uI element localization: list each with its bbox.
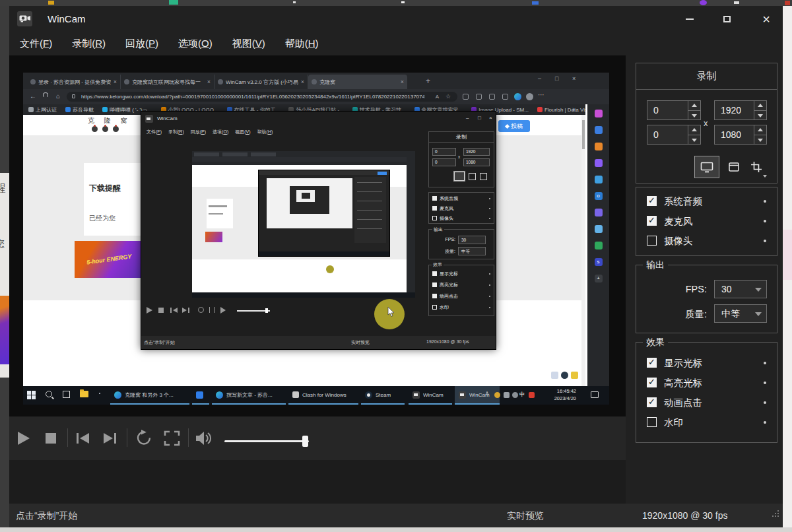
speaker-icon	[195, 430, 213, 446]
app-window: WinCam × 文件(F) 录制(R) 回放(P) 选项(O) 视图(V) 帮…	[9, 6, 783, 527]
background-fragment	[785, 1, 790, 5]
widget	[571, 372, 578, 379]
nested-wincam-window: WinCam – □ × 文件(F) 录制(R) 回放(P) 选项(O)	[141, 111, 496, 350]
region-width-stepper[interactable]: 1920	[714, 100, 767, 120]
quality-select[interactable]: 中等	[714, 304, 767, 323]
effects-panel: 效果 显示光标 高亮光标 动画点击	[636, 342, 777, 443]
effect-row: 高亮光标	[647, 377, 768, 391]
browser-close-icon: ×	[572, 75, 576, 82]
clipped-text-fragment: 醒	[0, 182, 5, 195]
favorite-star-icon: ☆	[446, 93, 451, 100]
nested-effect-row: 显示光标	[432, 271, 491, 278]
checkbox[interactable]	[647, 378, 657, 387]
status-resolution: 1920x1080 @ 30 fps	[642, 510, 727, 521]
maximize-button[interactable]	[717, 11, 737, 27]
nested-menu-item: 录制(R)	[166, 129, 187, 135]
menu-item[interactable]: 帮助(H)	[277, 34, 327, 54]
taskbar-search-icon	[46, 391, 52, 397]
row-options-dot[interactable]	[764, 362, 766, 364]
play-button[interactable]	[16, 430, 31, 449]
page-scrollbar	[581, 115, 585, 386]
recursive-edge-sidebar	[407, 157, 415, 292]
restart-button[interactable]	[135, 429, 152, 449]
recursive-tabbar	[192, 151, 415, 157]
checkbox[interactable]	[647, 216, 657, 226]
mode-window-button[interactable]	[725, 158, 743, 176]
row-options-dot[interactable]	[764, 240, 766, 242]
nested-minimize-icon: –	[466, 115, 469, 121]
volume-slider-thumb[interactable]	[302, 436, 308, 447]
background-sliver	[783, 230, 792, 280]
sources-panel: 系统音频 麦克风 摄像头	[636, 187, 777, 256]
region-y-stepper[interactable]: 0	[647, 125, 701, 145]
edge-icon	[216, 391, 223, 399]
edge-sidebar-icon: s	[595, 258, 603, 266]
chevron-down-icon	[755, 288, 762, 292]
close-button[interactable]: ×	[756, 11, 776, 27]
checkbox[interactable]	[647, 417, 657, 427]
skip-start-icon	[76, 432, 90, 444]
resize-grip[interactable]	[772, 510, 779, 517]
stepper-down-icon[interactable]	[688, 110, 700, 120]
row-options-dot[interactable]	[764, 200, 766, 203]
mascot-icon	[92, 126, 98, 132]
stepper-up-icon[interactable]	[688, 101, 700, 110]
fps-select[interactable]: 30	[714, 280, 767, 298]
ime-indicator: 中	[519, 391, 525, 399]
file-explorer-icon	[80, 391, 88, 397]
fullscreen-button[interactable]	[164, 430, 180, 449]
background-fragment	[532, 1, 539, 5]
row-options-dot[interactable]	[764, 401, 766, 404]
tray-icon	[494, 392, 500, 398]
status-hint: 点击“录制”开始	[16, 510, 77, 522]
crop-dropdown-icon[interactable]	[763, 175, 767, 178]
checkbox[interactable]	[647, 397, 657, 407]
recursive-sidebar	[354, 177, 386, 243]
pencil-icon	[505, 123, 510, 128]
menu-item[interactable]: 视图(V)	[224, 34, 273, 54]
stepper-down-icon[interactable]	[754, 135, 766, 145]
row-options-dot[interactable]	[764, 421, 766, 424]
mode-crop-button[interactable]	[747, 158, 766, 176]
menu-item[interactable]: 录制(R)	[64, 34, 114, 54]
volume-tray-icon	[512, 392, 518, 398]
menu-item[interactable]: 选项(O)	[170, 34, 220, 54]
source-row: 麦克风	[647, 215, 768, 230]
url-text: https://www.kelongwo.com/download/?path=…	[81, 94, 424, 100]
menu-item[interactable]: 文件(F)	[12, 34, 60, 54]
stop-button[interactable]	[45, 432, 57, 447]
stepper-down-icon[interactable]	[688, 135, 700, 145]
region-height-stepper[interactable]: 1080	[714, 125, 767, 145]
stepper-up-icon[interactable]	[754, 125, 766, 135]
row-options-dot[interactable]	[764, 220, 766, 222]
skip-to-end-button[interactable]	[102, 432, 117, 447]
nested-source-row: 麦克风	[432, 205, 491, 213]
url-bar: https://www.kelongwo.com/download/?path=…	[67, 92, 457, 102]
checkbox[interactable]	[647, 358, 657, 368]
nested-skip-start-icon	[173, 308, 178, 313]
skip-to-start-button[interactable]	[76, 432, 90, 447]
mode-screen-button[interactable]	[694, 156, 719, 178]
preview-browser-addressbar: ← ⌂ https://www.kelongwo.com/download/?p…	[23, 89, 609, 104]
card-title: 下载提醒	[89, 183, 121, 194]
stepper-up-icon[interactable]	[754, 101, 766, 110]
notification-center-icon	[591, 391, 599, 398]
wincam-icon	[412, 391, 420, 399]
checkbox[interactable]	[647, 196, 657, 206]
recursive-preview-3	[267, 178, 352, 228]
nested-menu-item: 帮助(H)	[255, 129, 276, 135]
menu-item[interactable]: 回放(P)	[117, 34, 166, 54]
volume-button[interactable]	[195, 430, 213, 449]
region-x-stepper[interactable]: 0	[647, 100, 701, 120]
row-options-dot[interactable]	[764, 382, 766, 384]
minimize-button[interactable]	[680, 11, 700, 27]
clash-icon	[292, 391, 299, 398]
stepper-up-icon[interactable]	[688, 125, 700, 135]
mouse-cursor-icon	[387, 307, 395, 317]
preview-taskbar: 克隆窝 和另外 3 个... 撰写新文章 - 苏音... Clash for W…	[23, 386, 609, 405]
effect-row: 显示光标	[647, 357, 768, 372]
stepper-down-icon[interactable]	[754, 110, 766, 120]
back-to-top-widget	[551, 372, 558, 379]
checkbox[interactable]	[647, 236, 657, 246]
volume-slider-track[interactable]	[224, 440, 309, 442]
